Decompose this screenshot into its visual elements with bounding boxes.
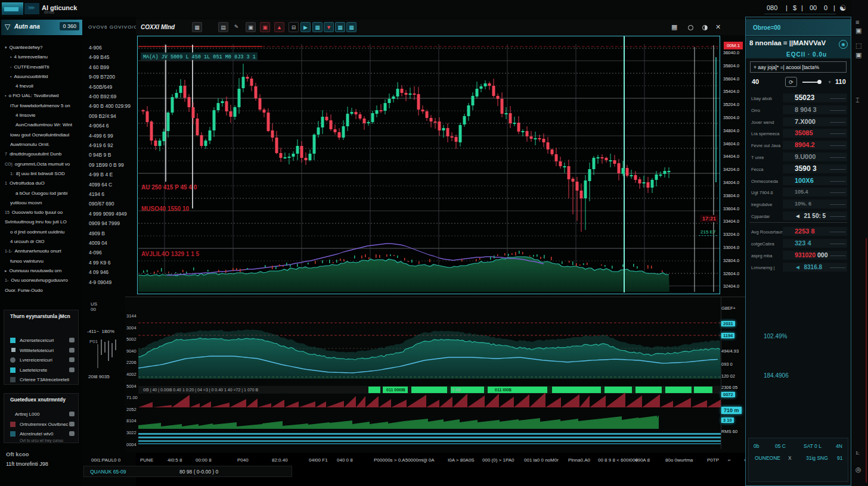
svg-text:AU 250 415 P 45 4 0: AU 250 415 P 45 4 0 (141, 184, 197, 191)
svg-text:AVJLIL4O 1329 1 1 5: AVJLIL4O 1329 1 1 5 (141, 251, 200, 257)
svg-text:011 I00B: 011 I00B (495, 388, 512, 392)
svg-text:P01: P01 (89, 339, 98, 344)
svg-text:0I5 | 40 | 0.00I8 0.40: 0I5 | 40 | 0.00I8 0.40 1 0:20 | 04 =3 | … (143, 388, 259, 392)
svg-text:MA(A) JV 5009 L 450 1L 051 M0: MA(A) JV 5009 L 450 1L 051 M0 8J3 3 1 (143, 54, 256, 60)
svg-text:MUSO40 1550 10: MUSO40 1550 10 (141, 205, 189, 212)
svg-text:011 00I0B: 011 00I0B (386, 388, 405, 392)
svg-text:0 4B: 0 4B (452, 388, 461, 392)
